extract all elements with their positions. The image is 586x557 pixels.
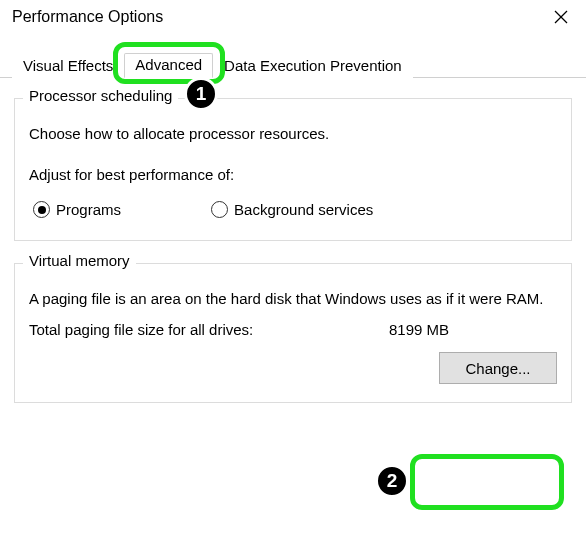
callout-badge-1: 1 — [184, 77, 218, 111]
radio-programs-label: Programs — [56, 201, 121, 218]
tab-visual-effects[interactable]: Visual Effects — [12, 54, 124, 78]
radio-background-services[interactable]: Background services — [211, 201, 373, 218]
processor-adjust-label: Adjust for best performance of: — [29, 166, 557, 183]
processor-scheduling-group: Processor scheduling Choose how to alloc… — [14, 98, 572, 241]
radio-background-label: Background services — [234, 201, 373, 218]
change-button[interactable]: Change... — [439, 352, 557, 384]
radio-programs[interactable]: Programs — [33, 201, 121, 218]
tab-bar: Visual Effects Advanced Data Execution P… — [0, 48, 586, 78]
radio-icon — [211, 201, 228, 218]
processor-desc: Choose how to allocate processor resourc… — [29, 125, 557, 142]
vm-total-label: Total paging file size for all drives: — [29, 321, 389, 338]
highlight-ring-2 — [410, 454, 564, 510]
callout-badge-2: 2 — [375, 464, 409, 498]
close-button[interactable] — [538, 4, 584, 34]
vm-desc: A paging file is an area on the hard dis… — [29, 290, 557, 307]
virtual-memory-group: Virtual memory A paging file is an area … — [14, 263, 572, 403]
processor-group-title: Processor scheduling — [23, 87, 178, 104]
radio-icon — [33, 201, 50, 218]
vm-total-value: 8199 MB — [389, 321, 449, 338]
tab-advanced[interactable]: Advanced — [124, 53, 213, 78]
vm-group-title: Virtual memory — [23, 252, 136, 269]
close-icon — [554, 10, 568, 28]
window-title: Performance Options — [12, 4, 163, 26]
tab-dep[interactable]: Data Execution Prevention — [213, 54, 413, 78]
